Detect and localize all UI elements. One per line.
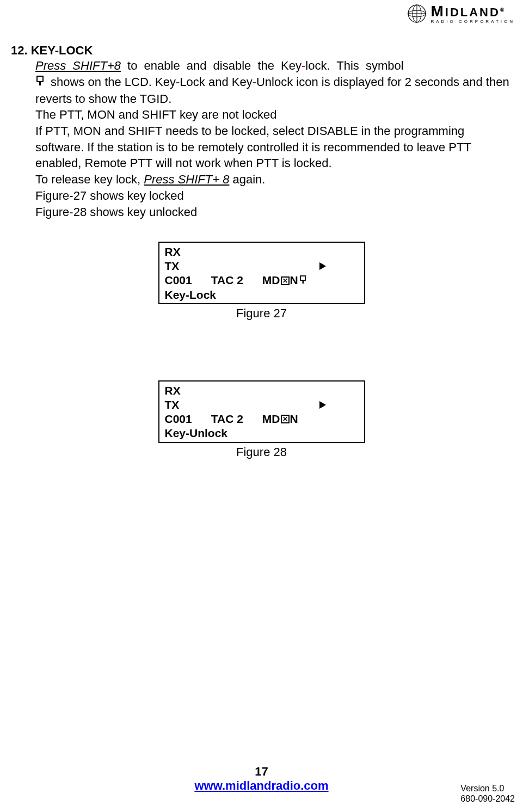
paragraph-line-1: Press SHIFT+8 to enable and disable the … xyxy=(35,58,512,74)
section-heading: 12. KEY-LOCK xyxy=(11,44,512,58)
text-span: shows on the LCD. Key-Lock and Key-Unloc… xyxy=(35,75,509,106)
play-triangle-icon xyxy=(319,262,326,270)
lcd-status: Key-Unlock xyxy=(165,426,228,440)
svg-rect-7 xyxy=(300,276,305,280)
figure-27-caption: Figure 27 xyxy=(11,306,512,321)
shift8-instruction: Press SHIFT+8 xyxy=(35,59,121,72)
lock-icon xyxy=(35,75,45,91)
text-span: to enable and disable the Key xyxy=(121,59,302,72)
text-span: again. xyxy=(229,173,265,186)
brand-logo: MIDLAND® RADIO CORPORATION xyxy=(406,3,515,24)
globe-icon xyxy=(406,3,428,24)
page-number: 17 xyxy=(0,765,523,779)
lcd-md-group: MD✕N xyxy=(262,273,307,287)
logo-m: M xyxy=(430,3,445,20)
registered-icon: ® xyxy=(500,7,506,13)
lcd-tac: TAC 2 xyxy=(211,412,243,426)
lcd-rx-row: RX xyxy=(165,384,359,398)
x-box-icon: ✕ xyxy=(281,276,290,285)
lcd-channel-row: C001 TAC 2 MD✕N xyxy=(165,412,359,426)
lcd-display-2: RX TX C001 TAC 2 MD✕N Key-Unlock xyxy=(158,380,365,443)
lcd-rx-row: RX xyxy=(165,245,359,259)
svg-rect-8 xyxy=(302,280,304,284)
figure-28-block: RX TX C001 TAC 2 MD✕N Key-Unlock Figure … xyxy=(11,380,512,459)
lcd-status: Key-Lock xyxy=(165,288,217,302)
lcd-display-1: RX TX C001 TAC 2 MD✕N Key-Lock xyxy=(158,242,365,304)
figure-27-block: RX TX C001 TAC 2 MD✕N Key-Lock xyxy=(11,242,512,321)
paragraph-line-5: To release key lock, Press SHIFT+ 8 agai… xyxy=(35,171,512,188)
footer-url-link[interactable]: www.midlandradio.com xyxy=(194,779,328,792)
logo-rest: IDLAND xyxy=(445,5,500,19)
lcd-md: MD xyxy=(262,412,280,426)
lock-icon xyxy=(299,273,307,287)
version-text: Version 5.0 xyxy=(460,783,515,793)
lcd-n: N xyxy=(290,412,298,426)
lcd-tx-row: TX xyxy=(165,259,359,273)
paragraph-line-3: The PTT, MON and SHIFT key are not locke… xyxy=(35,107,512,123)
page-footer: 17 www.midlandradio.com xyxy=(0,765,523,793)
x-box-icon: ✕ xyxy=(281,415,290,423)
lcd-rx-label: RX xyxy=(165,384,181,398)
lcd-md: MD xyxy=(262,273,280,287)
text-span: lock. This symbol xyxy=(305,59,403,72)
paragraph-line-7: Figure-28 shows key unlocked xyxy=(35,204,512,220)
svg-rect-5 xyxy=(37,76,43,82)
lcd-channel-row: C001 TAC 2 MD✕N xyxy=(165,273,359,287)
logo-subtitle: RADIO CORPORATION xyxy=(430,19,515,24)
logo-brand-text: MIDLAND® xyxy=(430,4,515,19)
lcd-tx-label: TX xyxy=(165,259,180,273)
lcd-channel: C001 xyxy=(165,273,192,287)
lcd-tx-label: TX xyxy=(165,398,180,412)
lcd-n: N xyxy=(290,273,298,287)
lcd-status-row: Key-Unlock xyxy=(165,426,359,440)
shift8-release: Press SHIFT+ 8 xyxy=(144,173,229,186)
paragraph-line-2: shows on the LCD. Key-Lock and Key-Unloc… xyxy=(35,74,512,107)
figure-28-caption: Figure 28 xyxy=(11,445,512,459)
svg-rect-6 xyxy=(39,82,41,85)
lcd-tx-row: TX xyxy=(165,398,359,412)
play-triangle-icon xyxy=(319,401,326,409)
paragraph-line-6: Figure-27 shows key locked xyxy=(35,188,512,204)
lcd-rx-label: RX xyxy=(165,245,181,259)
doc-number: 680-090-2042 xyxy=(460,793,515,804)
lcd-md-group: MD✕N xyxy=(262,412,298,426)
paragraph-line-4: If PTT, MON and SHIFT needs to be locked… xyxy=(35,123,512,171)
version-info: Version 5.0 680-090-2042 xyxy=(460,783,515,804)
text-span: To release key lock, xyxy=(35,173,144,186)
lcd-channel: C001 xyxy=(165,412,192,426)
lcd-tac: TAC 2 xyxy=(211,273,243,287)
lcd-status-row: Key-Lock xyxy=(165,288,359,302)
